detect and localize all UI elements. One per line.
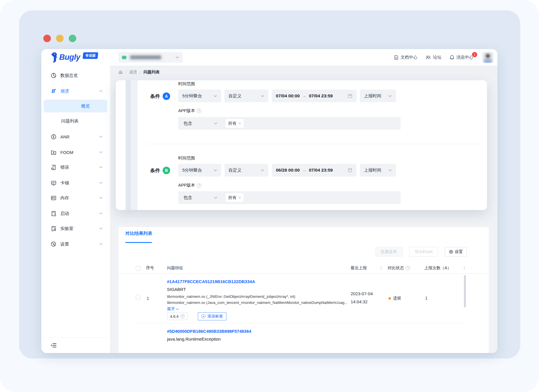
add-tag-button[interactable]: + 添加标签 [198,312,226,320]
traffic-light-maximize[interactable] [69,35,76,42]
col-feature: 问题特征 [167,265,183,271]
sidebar-label: 崩溃 [60,88,69,94]
sidebar-item-issue-list[interactable]: 问题列表 [41,114,110,129]
table-settings-button[interactable]: 设置 [445,247,467,257]
sort-last-report[interactable]: ▲▼ [380,266,382,270]
chevron-down-icon [388,169,392,172]
bell-icon [449,55,454,60]
mode-select-b[interactable]: 自定义 [224,164,268,177]
table-settings-label: 设置 [455,249,463,254]
settings-icon [51,241,57,247]
status-dot [389,297,391,300]
sidebar-item-crash[interactable]: B 崩溃 [41,83,110,99]
app-version-filter-b[interactable]: 包含 所有 × [178,191,401,204]
issue-id-link[interactable]: #1A4177F8CCECA51219B16CB122DB334A [167,279,255,284]
lab-icon [51,226,57,232]
sidebar-item-error[interactable]: 错误 [41,160,110,175]
sort-down-icon: ▼ [380,268,382,270]
row-index: 1 [147,296,149,301]
version-value-tag-b[interactable]: 所有 × [226,193,244,202]
nav-message-center[interactable]: 消息中心 2 [449,55,473,60]
remove-tag-icon[interactable]: × [239,121,241,126]
app-version-help-icon[interactable]: ? [197,109,201,113]
issue-id-link[interactable]: #5D40000DFB186C490B33B898F5748364 [167,329,251,334]
comparison-results-card: 对比结果列表 批量提单 导出Excel 设置 序号 问题特征 最近上报 ▲▼ [119,227,489,353]
row-checkbox[interactable] [136,295,140,299]
sidebar-item-data-overview[interactable]: 数据总览 [41,68,110,83]
error-icon [51,164,57,170]
panel-scrollbar-thumb[interactable] [126,80,131,210]
sidebar-item-crash-overview[interactable]: 概览 [44,100,107,112]
project-status-dot [122,56,127,59]
batch-submit-button[interactable]: 批量提单 [375,247,403,257]
tag-label: 所有 [228,195,237,200]
sidebar: 数据总览 B 崩溃 概览 问题列表 ANR FOOM [41,66,110,353]
sidebar-item-settings[interactable]: 设置 [41,237,110,252]
time-basis-select-a[interactable]: 上报时间 [360,90,396,102]
user-avatar[interactable] [482,52,493,63]
version-help-icon[interactable]: ? [181,314,185,318]
chevron-down-icon [176,308,179,310]
chevron-down-icon [261,169,264,172]
traffic-light-minimize[interactable] [56,35,64,42]
nav-doc-center[interactable]: 文档中心 [394,55,417,60]
table-scrollbar[interactable] [464,275,466,307]
nav-forum[interactable]: 论坛 [425,55,441,60]
plus-circle-icon: + [201,314,205,318]
date-range-picker-a[interactable]: 07/04 00:00 → 07/04 23:59 [272,90,356,102]
project-selector[interactable] [118,52,183,63]
operator-value: 包含 [183,121,192,126]
avatar-blurred-body [484,58,492,63]
crash-icon: B [51,88,57,94]
col-count: 上报次数（A） [424,265,451,271]
mode-value: 自定义 [228,168,241,173]
sidebar-label: 数据总览 [60,73,78,78]
tag-label: 所有 [228,121,237,126]
version-value-tag-a[interactable]: 所有 × [226,119,244,128]
operator-select-b[interactable]: 包含 [183,195,218,200]
version-tag[interactable]: 4.6.4 ? [167,313,188,320]
chevron-down-icon [99,212,103,215]
remove-tag-icon[interactable]: × [239,195,241,200]
tab-comparison-results[interactable]: 对比结果列表 [125,231,152,237]
breadcrumb: / 崩溃 / 问题列表 [110,66,497,79]
aggregation-select-b[interactable]: 5分钟聚合 [178,164,221,177]
export-excel-button[interactable]: 导出Excel [409,247,438,257]
date-end: 07/04 23:59 [309,168,333,173]
sort-count[interactable]: ▲▼ [463,266,465,270]
home-icon[interactable] [118,70,123,74]
time-basis-select-b[interactable]: 上报时间 [360,164,396,177]
date-end: 07/04 23:59 [309,93,333,99]
select-all-checkbox[interactable] [136,266,140,271]
chevron-down-icon [99,182,103,184]
sort-down-icon: ▼ [463,268,465,270]
lag-icon [51,180,57,186]
sidebar-footer [41,337,109,353]
nav-message-center-label: 消息中心 [456,55,473,60]
sidebar-item-memory[interactable]: 内存 [41,190,110,205]
traffic-light-close[interactable] [43,35,51,42]
sidebar-item-lag[interactable]: 卡顿 [41,175,110,190]
collapse-sidebar-icon[interactable] [51,343,57,348]
sidebar-item-anr[interactable]: ANR [41,129,110,144]
bugly-logo[interactable]: Bugly 专业版 [51,51,98,63]
col-index: 序号 [146,265,154,271]
sidebar-label: ANR [60,134,70,139]
date-range-picker-b[interactable]: 06/28 00:00 → 07/04 23:59 [272,164,356,177]
mode-select-a[interactable]: 自定义 [224,90,268,102]
chevron-down-icon [213,95,217,97]
operator-select-a[interactable]: 包含 [183,121,218,126]
status-help-icon[interactable]: ? [406,266,410,270]
breadcrumb-crash[interactable]: 崩溃 [129,70,137,75]
sidebar-item-foom[interactable]: FOOM [41,145,110,160]
sidebar-item-launch[interactable]: 启动 [41,206,110,221]
time-basis-value: 上报时间 [364,168,381,173]
anr-icon [51,134,57,140]
expand-link[interactable]: 展开 [167,306,179,312]
sidebar-label: 设置 [60,241,69,247]
app-version-filter-a[interactable]: 包含 所有 × [178,117,401,130]
sidebar-item-lab[interactable]: 实验室 [41,221,110,236]
logo-pro-badge: 专业版 [82,52,98,59]
aggregation-select-a[interactable]: 5分钟聚合 [178,90,221,102]
app-version-help-icon[interactable]: ? [197,183,201,188]
